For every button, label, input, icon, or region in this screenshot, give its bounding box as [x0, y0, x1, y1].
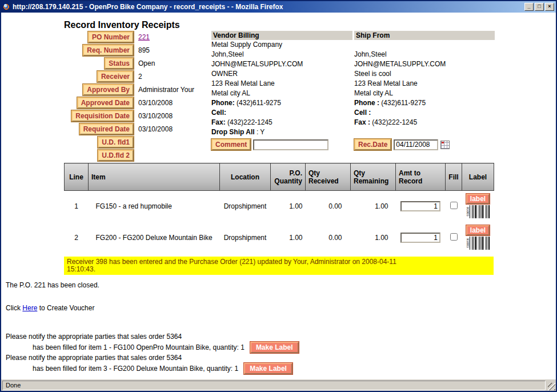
- cell-item: FG200 - FG200 Deluxe Mountain Bike: [89, 222, 220, 254]
- ship-cell: Cell :: [354, 108, 495, 118]
- req-number-value: 895: [138, 46, 150, 54]
- cell-item: FG150 - a red hupmobile: [89, 191, 220, 222]
- close-button[interactable]: ×: [545, 3, 554, 11]
- table-row: 2 FG200 - FG200 Deluxe Mountain Bike Dro…: [65, 222, 494, 254]
- vendor-city: Metal city AL: [211, 89, 352, 98]
- col-header-amt-to-record: Amt to Record: [396, 163, 446, 191]
- window-controls: _ □ ×: [524, 3, 555, 11]
- calendar-icon[interactable]: [440, 141, 450, 149]
- barcode-number: 93003: [466, 237, 470, 250]
- notification: Please notify the appropriate parties th…: [6, 354, 428, 375]
- notifications: Please notify the appropriate parties th…: [6, 333, 428, 375]
- ship-phone: Phone : (432)611-9275: [354, 98, 495, 108]
- rec-date-button[interactable]: Rec.Date: [354, 139, 391, 150]
- cell-line: 2: [65, 222, 89, 254]
- vendor-title: OWNER: [211, 69, 352, 79]
- minimize-button[interactable]: _: [524, 3, 534, 11]
- cell-location: Dropshipment: [220, 191, 271, 222]
- approved-date-value: 03/10/2008: [138, 99, 173, 107]
- notification: Please notify the appropriate parties th…: [6, 333, 428, 354]
- field-row-ud-fld2: U.D.fld 2: [1, 149, 207, 162]
- label-cell: label 93003: [465, 194, 491, 219]
- make-label-button[interactable]: Make Label: [244, 363, 292, 374]
- label-cell: label 93003: [465, 225, 491, 250]
- page-content: Record Inventory Receipts PO Number 221 …: [1, 13, 556, 379]
- label-button[interactable]: label: [466, 194, 490, 204]
- ship-from-section: Ship From John,Steel JOHN@METALSUPPLY.CO…: [354, 31, 495, 150]
- ship-email: JOHN@METALSUPPLY.COM: [354, 59, 495, 69]
- notification-detail: has been filled for item 3 - FG200 Delux…: [6, 362, 428, 375]
- table-row: 1 FG150 - a red hupmobile Dropshipment 1…: [65, 191, 494, 222]
- ship-contact: John,Steel: [354, 50, 495, 59]
- vendor-fax: Fax: (432)222-1245: [211, 118, 352, 127]
- col-header-qty-remaining: Qty Remaining: [351, 163, 396, 191]
- receiver-button[interactable]: Receiver: [97, 71, 134, 82]
- col-header-label: Label: [462, 163, 494, 191]
- field-row-required-date: Required Date 03/10/2008: [1, 122, 207, 135]
- cell-location: Dropshipment: [220, 222, 271, 254]
- comment-row: Comment: [211, 139, 352, 150]
- ud-fld2-button[interactable]: U.D.fld 2: [98, 150, 134, 161]
- create-voucher-line: Click Here to Create Voucher: [6, 304, 94, 312]
- required-date-value: 03/10/2008: [138, 125, 173, 133]
- col-header-qty-received: Qty Received: [306, 163, 351, 191]
- status-text: Done: [2, 381, 546, 390]
- vendor-email: JOHN@METALSUPPLY.COM: [211, 59, 352, 69]
- col-header-po-quantity: P.O. Quantity: [271, 163, 306, 191]
- vendor-phone: Phone: (432)611-9275: [211, 98, 352, 108]
- resize-grip[interactable]: [548, 383, 555, 390]
- titlebar[interactable]: http://208.179.140.215 - OpenPro Bike Co…: [1, 1, 556, 13]
- status-button[interactable]: Status: [105, 58, 134, 69]
- rec-date-input[interactable]: [394, 139, 438, 150]
- col-header-item: Item: [89, 163, 220, 191]
- field-row-approved-date: Approved Date 03/10/2008: [1, 96, 207, 109]
- vendor-contact: John,Steel: [211, 50, 352, 59]
- ship-address: 123 Real Metal Lane: [354, 79, 495, 89]
- fill-checkbox[interactable]: [450, 233, 458, 241]
- maximize-button[interactable]: □: [535, 3, 544, 11]
- cell-qty-received: 0.00: [306, 191, 351, 222]
- comment-button[interactable]: Comment: [211, 139, 251, 150]
- page-title: Record Inventory Receipts: [64, 20, 180, 30]
- po-number-button[interactable]: PO Number: [88, 31, 134, 43]
- create-voucher-link[interactable]: Here: [22, 304, 37, 312]
- field-row-receiver: Receiver 2: [1, 70, 207, 83]
- label-button[interactable]: label: [466, 225, 490, 235]
- barcode-image: 93003: [466, 236, 491, 250]
- vendor-cell: Cell:: [211, 108, 352, 118]
- col-header-line: Line: [65, 163, 89, 191]
- firefox-icon[interactable]: [2, 3, 10, 11]
- notification-intro: Please notify the appropriate parties th…: [6, 333, 428, 341]
- ship-fax: Fax : (432)222-1245: [354, 118, 495, 127]
- requisition-date-button[interactable]: Requisition Date: [71, 110, 134, 122]
- po-number-link[interactable]: 221: [138, 33, 150, 41]
- comment-input[interactable]: [253, 139, 328, 150]
- fill-checkbox[interactable]: [450, 202, 458, 209]
- ud-fld1-button[interactable]: U.D. fld1: [98, 137, 134, 148]
- table-header-row: Line Item Location P.O. Quantity Qty Rec…: [65, 163, 494, 191]
- vendor-dropship: Drop Ship All : Y: [211, 127, 352, 137]
- amt-to-record-input[interactable]: [400, 233, 440, 243]
- make-label-button[interactable]: Make Label: [250, 342, 299, 353]
- amt-to-record-input[interactable]: [400, 201, 440, 211]
- ship-city: Metal city AL: [354, 89, 495, 98]
- approved-by-button[interactable]: Approved By: [83, 84, 134, 95]
- field-row-requisition-date: Requisition Date 03/10/2008: [1, 109, 207, 122]
- receipt-items-table: Line Item Location P.O. Quantity Qty Rec…: [64, 163, 494, 254]
- po-closed-message: The P.O. 221 has been closed.: [6, 281, 99, 289]
- receiver-value: 2: [138, 73, 142, 81]
- requisition-date-value: 03/10/2008: [138, 112, 173, 120]
- status-bar: Done: [1, 379, 556, 391]
- barcode-number: 93003: [466, 205, 470, 218]
- barcode-image: 93003: [466, 205, 491, 219]
- browser-window: http://208.179.140.215 - OpenPro Bike Co…: [0, 0, 557, 392]
- status-value: Open: [138, 59, 155, 67]
- req-number-button[interactable]: Req. Number: [83, 45, 134, 56]
- cell-qty-remaining: 1.00: [351, 222, 396, 254]
- approved-date-button[interactable]: Approved Date: [77, 97, 134, 109]
- field-row-ud-fld1: U.D. fld1: [1, 135, 207, 149]
- receiver-update-message: Receiver 398 has been entered and the Pu…: [64, 257, 494, 275]
- required-date-button[interactable]: Required Date: [79, 123, 134, 135]
- cell-po-quantity: 1.00: [271, 222, 306, 254]
- vendor-billing-header: Vendor Billing: [211, 31, 352, 40]
